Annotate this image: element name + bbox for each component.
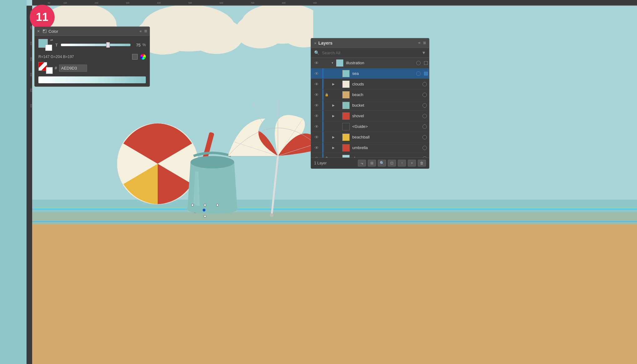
layer-row-sea[interactable]: 👁 sea	[311, 68, 429, 79]
svg-text:100: 100	[63, 2, 67, 4]
layer-target-shovel[interactable]	[420, 114, 429, 118]
layer-visibility-sq	[424, 61, 428, 65]
layer-target-umbrella[interactable]	[420, 146, 429, 150]
layer-sq-sea[interactable]	[423, 72, 429, 75]
svg-text:900: 900	[313, 2, 317, 4]
layer-target-sky[interactable]	[420, 156, 429, 158]
layers-menu-btn[interactable]: ≡	[423, 40, 426, 46]
layer-lock-beach[interactable]: 🔒	[323, 93, 330, 96]
color-panel-collapse[interactable]: «	[140, 29, 142, 33]
greyscale-mode-btn[interactable]	[132, 54, 138, 60]
make-sublayer-btn[interactable]: ⬎	[358, 160, 366, 167]
target-circle-beach	[422, 93, 427, 97]
layer-expand-bucket[interactable]: ▶	[330, 104, 337, 107]
layer-expand-umbrella[interactable]: ▶	[330, 146, 337, 149]
layers-panel-titlebar: × Layers « ≡	[311, 38, 429, 48]
tint-slider-thumb[interactable]	[106, 42, 110, 48]
fill-stroke-selector[interactable]: ⇄	[38, 39, 52, 51]
rgb-values: R=147 G=204 B=197	[38, 55, 74, 59]
layer-vis-shovel[interactable]: 👁	[311, 114, 322, 119]
layer-color-strip-clouds	[322, 79, 323, 89]
svg-text:300: 300	[126, 2, 130, 4]
layer-vis-illustration[interactable]: 👁	[311, 61, 322, 66]
color-panel-body: ⇄ T 75 % R=147 G=204 B=197	[35, 36, 150, 86]
color-swatch-display[interactable]	[38, 62, 53, 74]
layer-vis-bucket[interactable]: 👁	[311, 103, 322, 108]
layer-expand-illustration[interactable]: ▾	[328, 61, 336, 65]
layer-vis-umbrella[interactable]: 👁	[311, 145, 322, 150]
layer-expand-clouds[interactable]: ▶	[330, 82, 337, 86]
layer-row-beachball[interactable]: 👁 ▶ beachball	[311, 132, 429, 143]
layer-vis-sea[interactable]: 👁	[311, 71, 322, 76]
find-layer-btn[interactable]: 🔍	[378, 160, 386, 167]
layer-expand-shovel[interactable]: ▶	[330, 114, 337, 118]
layer-target-guide[interactable]	[420, 124, 429, 129]
target-circle-illustration	[416, 61, 421, 65]
layer-name-illustration: illustration	[346, 61, 414, 65]
layer-color-strip-bucket	[322, 100, 323, 110]
target-circle-beachball	[422, 135, 427, 139]
delete-layer-btn[interactable]: 🗑	[418, 160, 426, 167]
layer-color-strip-umbrella	[322, 143, 323, 153]
layer-color-strip-beachball	[322, 132, 323, 142]
layer-name-guide: <Guide>	[352, 124, 420, 129]
layer-target-sea[interactable]	[414, 71, 423, 76]
layer-lock-sky[interactable]: 🔒	[323, 157, 330, 158]
layers-panel-close[interactable]: ×	[314, 41, 317, 46]
layer-vis-clouds[interactable]: 👁	[311, 82, 322, 87]
layer-target-beach[interactable]	[420, 93, 429, 97]
layer-thumb-umbrella	[342, 144, 350, 152]
layer-color-strip-sea	[322, 68, 323, 79]
color-wheel-btn[interactable]	[140, 54, 146, 60]
layer-vis-sky[interactable]: 👁	[311, 156, 322, 158]
layer-row-bucket[interactable]: 👁 ▶ bucket	[311, 100, 429, 111]
spectrum-bar[interactable]	[38, 76, 146, 83]
layer-type-btn[interactable]: ⊡	[388, 160, 396, 167]
layers-search-input[interactable]	[322, 51, 419, 55]
move-layer-up-btn[interactable]: ↑	[398, 160, 406, 167]
layer-thumb-beachball	[342, 133, 350, 141]
layer-color-strip-guide	[322, 121, 323, 132]
layer-target-bucket[interactable]	[420, 103, 429, 108]
layers-list: 👁 ▾ illustration 👁 sea	[311, 58, 429, 158]
layer-target-illustration[interactable]	[414, 61, 423, 65]
layer-row-illustration[interactable]: 👁 ▾ illustration	[311, 58, 429, 68]
layer-row-shovel[interactable]: 👁 ▶ shovel	[311, 111, 429, 121]
target-circle-bucket	[422, 103, 427, 108]
color-panel-close[interactable]: ×	[37, 29, 40, 34]
hex-input[interactable]	[59, 65, 87, 72]
layer-row-sky[interactable]: 👁 🔒 sky ·····	[311, 153, 429, 158]
collect-layer-btn[interactable]: ⊞	[368, 160, 376, 167]
layers-search-bar: 🔍 ▼	[311, 48, 429, 58]
layer-row-beach[interactable]: 👁 🔒 beach	[311, 90, 429, 100]
layer-thumb-sea	[342, 70, 350, 77]
target-circle-guide	[422, 124, 427, 129]
layers-footer: 1 Layer ⬎ ⊞ 🔍 ⊡ ↑ + 🗑	[311, 158, 429, 168]
sand-layer	[27, 212, 637, 364]
layer-vis-guide[interactable]: 👁	[311, 124, 322, 129]
layers-collapse-btn[interactable]: «	[418, 40, 420, 46]
layer-target-beachball[interactable]	[420, 135, 429, 139]
svg-text:700: 700	[251, 2, 254, 4]
filter-icon[interactable]: ▼	[422, 50, 426, 55]
svg-text:500: 500	[188, 2, 192, 4]
layer-expand-beachball[interactable]: ▶	[330, 135, 337, 139]
layer-thumb-guide	[342, 123, 350, 130]
layer-target-clouds[interactable]	[420, 82, 429, 86]
layer-row-guide[interactable]: 👁 <Guide>	[311, 121, 429, 132]
layer-vis-beachball[interactable]: 👁	[311, 135, 322, 140]
color-panel-menu[interactable]: ≡	[144, 28, 147, 34]
layer-count: 1 Layer	[314, 161, 356, 165]
new-layer-btn[interactable]: +	[408, 160, 416, 167]
layer-vis-beach[interactable]: 👁	[311, 92, 322, 97]
layer-square-illustration[interactable]	[423, 61, 429, 65]
target-circle-shovel	[422, 114, 427, 118]
layer-row-clouds[interactable]: 👁 ▶ clouds	[311, 79, 429, 90]
layer-name-bucket: bucket	[352, 103, 420, 108]
color-panel-titlebar: × Color « ≡	[35, 27, 150, 36]
target-circle-sky	[422, 156, 427, 158]
layer-row-umbrella[interactable]: 👁 ▶ umbrella	[311, 143, 429, 153]
swap-fill-stroke-icon[interactable]: ⇄	[50, 38, 53, 42]
tint-slider-track[interactable]	[61, 44, 131, 46]
svg-text:50: 50	[48, 2, 50, 4]
